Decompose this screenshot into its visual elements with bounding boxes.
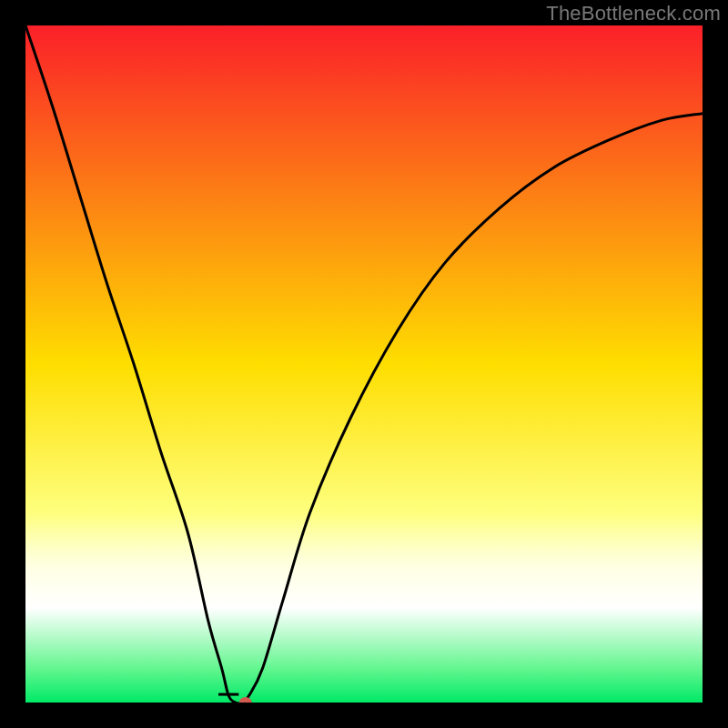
bottleneck-curve — [25, 25, 703, 703]
optimal-marker — [239, 697, 252, 703]
chart-container: TheBottleneck.com — [0, 0, 728, 728]
plot-area — [25, 25, 703, 703]
watermark-text: TheBottleneck.com — [546, 2, 721, 25]
curve-layer — [25, 25, 703, 703]
